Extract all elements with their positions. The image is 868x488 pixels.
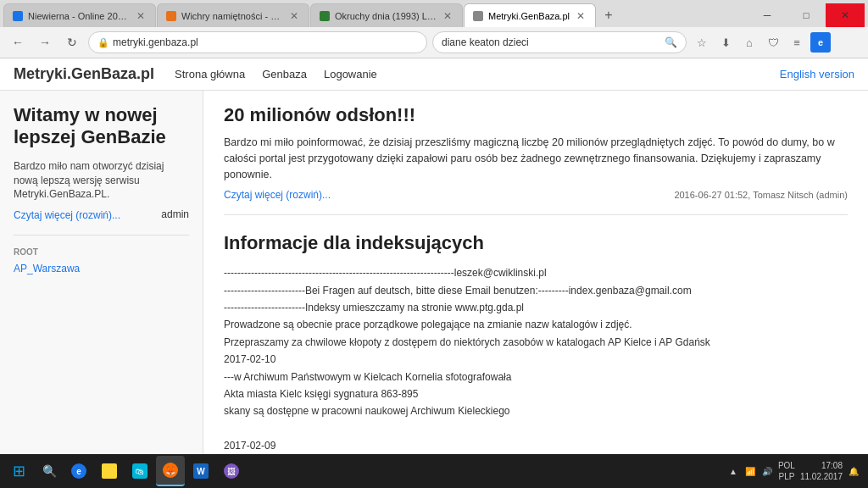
info-line: ------------------------Bei Fragen auf d…	[224, 282, 848, 299]
info-line: Prowadzone są obecnie prace porządkowe p…	[224, 316, 848, 333]
taskbar-files[interactable]	[95, 456, 124, 485]
article-info: Informacje dla indeksujących -----------…	[224, 232, 848, 485]
tab-bar: Niewierna - Online 2002 L... ✕ Wichry na…	[0, 0, 868, 27]
tab-wichry[interactable]: Wichry namiętności - Leg... ✕	[157, 3, 309, 27]
home-icon[interactable]: ⌂	[739, 32, 760, 53]
tab-okruchy[interactable]: Okruchy dnia (1993) Lekto... ✕	[310, 3, 463, 27]
info-line: ---w Archiwum Państwowym w Kielcach Korn…	[224, 369, 848, 385]
info-line: Akta miasta Kielc księgi sygnatura 863-8…	[224, 385, 848, 402]
url-text: metryki.genbaza.pl	[113, 36, 198, 48]
info-line: skany są dostępne w pracowni naukowej Ar…	[224, 402, 848, 419]
system-tray: ▲ 📶 🔊 POLPLP 17:08 11.02.2017 🔔	[722, 460, 865, 482]
firefox-icon: 🦊	[163, 463, 178, 478]
refresh-button[interactable]: ↻	[61, 31, 83, 53]
search-bar[interactable]: diane keaton dzieci 🔍	[432, 31, 687, 53]
tab-favicon-1	[13, 11, 23, 21]
edge-icon: e	[71, 463, 86, 479]
maximize-button[interactable]: □	[787, 3, 826, 27]
sidebar-root-label: ROOT	[14, 247, 189, 257]
menu-icon[interactable]: ≡	[787, 32, 807, 53]
close-window-button[interactable]: ✕	[826, 3, 865, 27]
info-line	[224, 420, 848, 437]
article1-text: Bardzo mi miło poinformować, że dzisiaj …	[224, 135, 848, 182]
url-bar[interactable]: 🔒 metryki.genbaza.pl	[88, 31, 427, 53]
tab-close-4[interactable]: ✕	[575, 10, 587, 22]
shield-icon[interactable]: 🛡	[763, 32, 783, 53]
store-icon: 🛍	[132, 463, 147, 479]
article1-meta: 2016-06-27 01:52, Tomasz Nitsch (admin)	[674, 190, 848, 200]
taskbar-word[interactable]: W	[186, 456, 215, 485]
windows-logo-icon: ⊞	[13, 462, 25, 480]
tab-label-4: Metryki.GenBaza.pl	[488, 11, 570, 21]
sidebar-welcome-text: Bardzo miło nam otworzyć dzisiaj nową le…	[14, 159, 189, 202]
sidebar: Witamy w nowej lepszej GenBazie Bardzo m…	[0, 91, 203, 485]
search-icon: 🔍	[665, 36, 677, 48]
new-tab-button[interactable]: +	[597, 3, 620, 27]
nav-genbaza[interactable]: Genbaza	[262, 68, 307, 80]
tab-label-2: Wichry namiętności - Leg...	[181, 11, 283, 21]
sidebar-heading: Witamy w nowej lepszej GenBazie	[14, 104, 189, 149]
taskbar-firefox[interactable]: 🦊	[156, 456, 185, 485]
volume-icon[interactable]: 🔊	[761, 465, 773, 477]
new-tab-icon: +	[604, 8, 612, 23]
nav-login[interactable]: Logowanie	[324, 68, 377, 80]
article-milion: 20 milionów odsłon!!! Bardzo mi miło poi…	[224, 104, 848, 215]
taskbar-edge[interactable]: e	[64, 456, 93, 485]
clock-date: 11.02.2017	[800, 471, 843, 482]
notifications-icon[interactable]: 🔔	[848, 465, 860, 477]
forward-button[interactable]: →	[34, 31, 56, 53]
tab-close-1[interactable]: ✕	[135, 10, 147, 22]
search-taskbar-icon: 🔍	[42, 464, 57, 478]
tab-label-1: Niewierna - Online 2002 L...	[28, 11, 130, 21]
browser-chrome: Niewierna - Online 2002 L... ✕ Wichry na…	[0, 0, 868, 58]
taskbar-photos[interactable]: 🖼	[217, 456, 246, 485]
start-button[interactable]: ⊞	[3, 456, 34, 485]
tab-metryki[interactable]: Metryki.GenBaza.pl ✕	[464, 3, 596, 27]
info-line: 2017-02-09	[224, 437, 848, 454]
tab-favicon-4	[473, 11, 483, 21]
tab-close-2[interactable]: ✕	[288, 10, 300, 22]
info-line: 2017-02-10	[224, 351, 848, 368]
clock[interactable]: 17:08 11.02.2017	[800, 460, 843, 482]
address-bar: ← → ↻ 🔒 metryki.genbaza.pl diane keaton …	[0, 27, 868, 58]
files-icon	[102, 463, 117, 479]
taskbar: ⊞ 🔍 e 🛍 🦊 W 🖼 ▲ 📶 🔊 POLPLP 17:08 11.02.2…	[0, 454, 868, 485]
tray-arrow-icon[interactable]: ▲	[727, 465, 739, 477]
search-taskbar-button[interactable]: 🔍	[36, 458, 63, 485]
tab-label-3: Okruchy dnia (1993) Lekto...	[335, 11, 437, 21]
sidebar-root-link[interactable]: AP_Warszawa	[14, 263, 80, 274]
minimize-button[interactable]: ─	[748, 3, 787, 27]
main-layout: Witamy w nowej lepszej GenBazie Bardzo m…	[0, 91, 868, 485]
sidebar-welcome: Witamy w nowej lepszej GenBazie Bardzo m…	[14, 104, 189, 221]
back-button[interactable]: ←	[7, 31, 29, 53]
lock-icon: 🔒	[97, 37, 109, 48]
tab-niewierna[interactable]: Niewierna - Online 2002 L... ✕	[3, 3, 156, 27]
network-icon[interactable]: 📶	[744, 465, 756, 477]
info-line: Przepraszamy za chwilowe kłopoty z dostę…	[224, 334, 848, 351]
sidebar-root-section: ROOT AP_Warszawa	[14, 247, 189, 274]
language-indicator: POLPLP	[778, 460, 795, 482]
info-line: ----------------------------------------…	[224, 264, 848, 281]
site-nav: Strona główna Genbaza Logowanie	[175, 68, 377, 80]
bookmark-star-icon[interactable]: ☆	[692, 32, 712, 53]
taskbar-store[interactable]: 🛍	[125, 456, 154, 485]
download-icon[interactable]: ⬇	[715, 32, 736, 53]
clock-time: 17:08	[800, 460, 843, 471]
article1-read-more[interactable]: Czytaj więcej (rozwiń)...	[224, 189, 331, 201]
article1-footer: Czytaj więcej (rozwiń)... 2016-06-27 01:…	[224, 189, 848, 201]
tab-favicon-2	[166, 11, 176, 21]
search-text: diane keaton dzieci	[442, 36, 659, 48]
english-version-link[interactable]: English version	[780, 68, 854, 80]
site-header: Metryki.GenBaza.pl Strona główna Genbaza…	[0, 58, 868, 91]
sidebar-divider	[14, 235, 189, 236]
tab-favicon-3	[320, 11, 330, 21]
photos-icon: 🖼	[224, 463, 239, 479]
nav-home[interactable]: Strona główna	[175, 68, 245, 80]
extensions-icon[interactable]: e	[810, 32, 831, 53]
sidebar-read-more-link[interactable]: Czytaj więcej (rozwiń)...	[14, 209, 120, 221]
info-line: ------------------------Indeksy umieszcz…	[224, 299, 848, 316]
article2-lines: ----------------------------------------…	[224, 264, 848, 485]
article1-heading: 20 milionów odsłon!!!	[224, 104, 848, 126]
lang-text: POLPLP	[778, 460, 795, 482]
tab-close-3[interactable]: ✕	[442, 10, 453, 22]
